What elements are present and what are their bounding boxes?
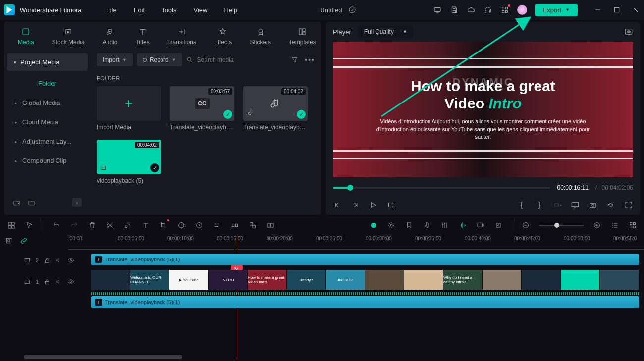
menu-view[interactable]: View bbox=[186, 6, 214, 14]
close-icon[interactable] bbox=[631, 5, 640, 14]
timeline-ruler[interactable]: :00:0000:00:05:0000:00:10:0000:00:15:000… bbox=[68, 236, 644, 250]
marker-icon[interactable] bbox=[405, 221, 414, 230]
voiceover-icon[interactable] bbox=[423, 221, 431, 230]
display-icon[interactable] bbox=[571, 201, 580, 209]
view-list-icon[interactable] bbox=[610, 221, 619, 230]
zoom-out-icon[interactable] bbox=[521, 221, 530, 230]
apps-icon[interactable] bbox=[500, 5, 509, 14]
split-icon[interactable] bbox=[106, 221, 114, 230]
sidebar-item-compound-clip[interactable]: Compound Clip bbox=[7, 152, 88, 169]
sync-status-icon[interactable] bbox=[348, 5, 357, 14]
quality-dropdown[interactable]: Full Quality▼ bbox=[358, 26, 413, 38]
tab-titles[interactable]: Titles bbox=[126, 24, 158, 49]
cloud-icon[interactable] bbox=[467, 5, 476, 14]
tab-effects[interactable]: Effects bbox=[205, 24, 241, 49]
zoom-slider[interactable] bbox=[539, 225, 584, 226]
record-screen-icon[interactable] bbox=[476, 221, 485, 230]
play-icon[interactable] bbox=[369, 201, 377, 209]
timeline-link-icon[interactable] bbox=[20, 237, 28, 245]
track-visibility-icon[interactable] bbox=[67, 257, 74, 264]
redo-icon[interactable] bbox=[70, 221, 79, 230]
screen-icon[interactable] bbox=[433, 5, 442, 14]
track-lock-icon[interactable] bbox=[44, 278, 51, 285]
volume-icon[interactable] bbox=[606, 201, 615, 209]
progress-slider[interactable] bbox=[333, 187, 550, 189]
resource-tabs: Media Stock Media Audio Titles Transitio… bbox=[4, 22, 321, 51]
stop-icon[interactable] bbox=[386, 201, 395, 209]
snapshot-icon[interactable] bbox=[624, 27, 633, 36]
tab-templates[interactable]: Templates bbox=[280, 24, 325, 49]
thumb-import[interactable]: + Import Media bbox=[97, 86, 161, 131]
check-icon: ✓ bbox=[297, 110, 306, 119]
headphones-icon[interactable] bbox=[483, 5, 492, 14]
group-icon[interactable] bbox=[248, 221, 257, 230]
auto-beat-icon[interactable] bbox=[458, 221, 467, 230]
tab-transitions[interactable]: Transitions bbox=[159, 24, 205, 49]
thumb-audio-file[interactable]: 00:04:02✓ Translate_videoplayba... bbox=[243, 86, 308, 131]
next-frame-icon[interactable] bbox=[351, 201, 360, 209]
tab-audio[interactable]: Audio bbox=[94, 24, 127, 49]
folder-icon[interactable] bbox=[28, 199, 36, 206]
sidebar-item-adjustment-layer[interactable]: Adjustment Lay... bbox=[7, 133, 88, 150]
speed-icon[interactable] bbox=[195, 221, 204, 230]
filter-icon[interactable] bbox=[291, 56, 299, 64]
timeline-lock-icon[interactable] bbox=[5, 237, 13, 245]
render-icon[interactable]: ▾ bbox=[553, 201, 562, 209]
keyframe-icon[interactable] bbox=[230, 221, 239, 230]
tab-stock-media[interactable]: Stock Media bbox=[43, 24, 94, 49]
color-icon[interactable] bbox=[177, 221, 186, 230]
mark-in-icon[interactable]: { bbox=[517, 201, 526, 209]
tab-stickers[interactable]: Stickers bbox=[241, 24, 280, 49]
layout-icon[interactable] bbox=[7, 221, 16, 230]
music-beat-icon[interactable] bbox=[123, 221, 132, 230]
view-grid-icon[interactable] bbox=[628, 221, 637, 230]
sidebar-item-global-media[interactable]: Global Media bbox=[7, 94, 88, 111]
target-icon[interactable] bbox=[494, 221, 503, 230]
new-folder-icon[interactable] bbox=[13, 199, 21, 206]
mark-out-icon[interactable]: } bbox=[535, 201, 544, 209]
svg-point-39 bbox=[374, 224, 375, 225]
horizontal-scrollbar[interactable] bbox=[24, 355, 640, 359]
track-visibility-icon[interactable] bbox=[67, 278, 74, 285]
timeline-text-clip[interactable]: T Translate_videoplayback (5)(1) bbox=[91, 254, 639, 265]
search-input[interactable] bbox=[197, 56, 287, 63]
mixer-icon[interactable] bbox=[440, 221, 449, 230]
enhance-icon[interactable] bbox=[387, 221, 396, 230]
ai-assistant-icon[interactable] bbox=[369, 221, 378, 230]
text-icon[interactable] bbox=[141, 221, 150, 230]
delete-icon[interactable] bbox=[88, 221, 97, 230]
selection-tool-icon[interactable] bbox=[25, 221, 34, 230]
timeline-video-clip[interactable]: Welcome to OUR CHANNEL!▶ YouTubeINTROHow… bbox=[91, 270, 639, 290]
sidebar-item-cloud-media[interactable]: Cloud Media bbox=[7, 113, 88, 131]
thumb-video-file[interactable]: 00:04:02✓ videoplayback (5) bbox=[97, 140, 161, 184]
project-media-button[interactable]: ▾Project Media bbox=[7, 53, 88, 71]
save-icon[interactable] bbox=[450, 5, 459, 14]
track-mute-icon[interactable] bbox=[55, 257, 62, 264]
preview-canvas[interactable]: DYNAMIC How to make a great Video Intro … bbox=[333, 42, 633, 177]
menu-file[interactable]: File bbox=[100, 6, 124, 14]
record-dropdown[interactable]: Record▼ bbox=[137, 53, 182, 66]
fullscreen-icon[interactable] bbox=[624, 201, 633, 209]
maximize-icon[interactable] bbox=[612, 5, 621, 14]
avatar[interactable] bbox=[517, 5, 527, 15]
menu-help[interactable]: Help bbox=[217, 6, 244, 14]
minimize-icon[interactable] bbox=[593, 5, 602, 14]
tab-media[interactable]: Media bbox=[9, 24, 43, 49]
prev-frame-icon[interactable] bbox=[333, 201, 342, 209]
menu-tools[interactable]: Tools bbox=[155, 6, 183, 14]
more-edit-icon[interactable] bbox=[266, 221, 275, 230]
track-lock-icon[interactable] bbox=[44, 257, 51, 264]
more-options-icon[interactable]: ••• bbox=[305, 56, 315, 64]
undo-icon[interactable] bbox=[52, 221, 61, 230]
adjust-icon[interactable] bbox=[213, 221, 221, 230]
collapse-sidebar-icon[interactable]: ‹ bbox=[72, 198, 82, 207]
camera-icon[interactable] bbox=[589, 201, 597, 209]
import-dropdown[interactable]: Import▼ bbox=[97, 53, 133, 66]
menu-edit[interactable]: Edit bbox=[127, 6, 152, 14]
thumb-caption-file[interactable]: CC00:03:57✓ Translate_videoplayba... bbox=[170, 86, 234, 131]
crop-icon[interactable] bbox=[159, 221, 168, 230]
zoom-in-icon[interactable] bbox=[592, 221, 601, 230]
timeline-text-clip-2[interactable]: T Translate_videoplayback (5)(1) bbox=[91, 296, 639, 308]
track-mute-icon[interactable] bbox=[55, 278, 62, 285]
export-button[interactable]: Export▼ bbox=[535, 4, 578, 16]
